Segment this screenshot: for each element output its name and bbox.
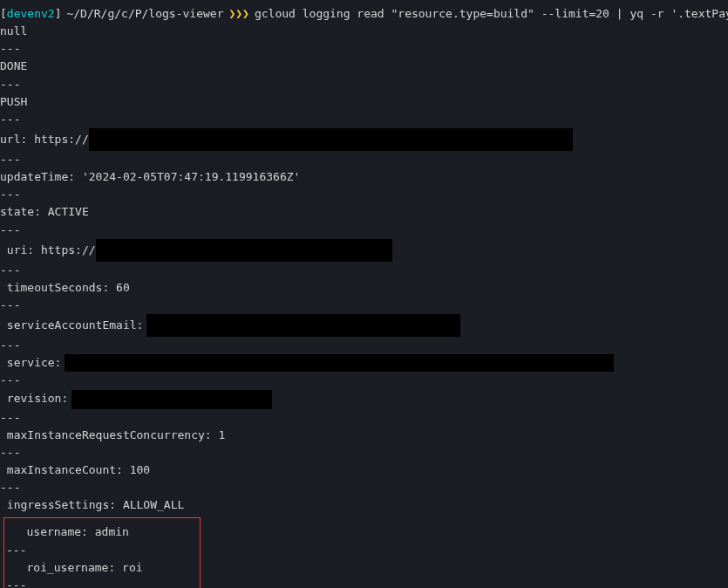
output-timeout: timeoutSeconds: 60 (0, 279, 728, 297)
output-uri-prefix: uri: https:// (0, 242, 96, 259)
output-sep: --- (0, 186, 728, 203)
output-done: DONE (0, 58, 728, 75)
prompt-env: devenv2 (7, 5, 55, 23)
output-sep: --- (6, 542, 198, 559)
output-sep: --- (0, 372, 728, 389)
output-revision-line: revision: (0, 390, 728, 409)
output-sep: --- (0, 76, 728, 93)
output-sep: --- (6, 577, 198, 588)
redacted-block (65, 354, 614, 372)
redacted-block (89, 128, 573, 151)
output-serviceemail-line: serviceAccountEmail: (0, 314, 728, 337)
prompt-bracket-open: [ (0, 5, 7, 23)
prompt-bracket-close: ] (55, 5, 62, 23)
output-ingress: ingressSettings: ALLOW_ALL (0, 496, 728, 514)
output-username: username: admin (6, 523, 198, 541)
redacted-block (96, 239, 392, 262)
output-sep: --- (0, 409, 728, 427)
output-sep: --- (0, 262, 728, 279)
output-sep: --- (0, 151, 728, 168)
highlighted-credentials-box: username: admin --- roi_username: roi --… (3, 517, 201, 588)
redacted-block (71, 390, 272, 409)
output-roi-username: roi_username: roi (6, 559, 198, 577)
output-push: PUSH (0, 93, 728, 111)
output-url-prefix: url: https:// (0, 131, 89, 148)
output-maxinstance: maxInstanceCount: 100 (0, 462, 728, 479)
output-sep: --- (0, 111, 728, 128)
output-service-line: service: (0, 354, 728, 372)
output-revision-prefix: revision: (0, 390, 68, 407)
output-sep: --- (0, 297, 728, 314)
output-sep: --- (0, 222, 728, 239)
output-service-prefix: service: (0, 354, 61, 372)
redacted-block (146, 314, 460, 337)
prompt-path: ~/D/R/g/c/P/logs-viewer (66, 5, 223, 23)
command-text: gcloud logging read "resource.type=build… (255, 5, 728, 23)
output-maxconcurrency: maxInstanceRequestConcurrency: 1 (0, 427, 728, 444)
output-sep: --- (0, 40, 728, 58)
output-sep: --- (0, 479, 728, 496)
output-url-line: url: https:// (0, 128, 728, 151)
output-updatetime: updateTime: '2024-02-05T07:47:19.1199163… (0, 168, 728, 186)
prompt-arrows: ❯❯❯ (228, 5, 248, 23)
output-sep: --- (0, 444, 728, 462)
terminal-prompt[interactable]: [devenv2] ~/D/R/g/c/P/logs-viewer ❯❯❯ gc… (0, 5, 728, 23)
output-sep: --- (0, 337, 728, 354)
output-null: null (0, 23, 728, 40)
output-uri-line: uri: https:// (0, 239, 728, 262)
output-state: state: ACTIVE (0, 203, 728, 221)
output-serviceemail-prefix: serviceAccountEmail: (0, 317, 143, 334)
